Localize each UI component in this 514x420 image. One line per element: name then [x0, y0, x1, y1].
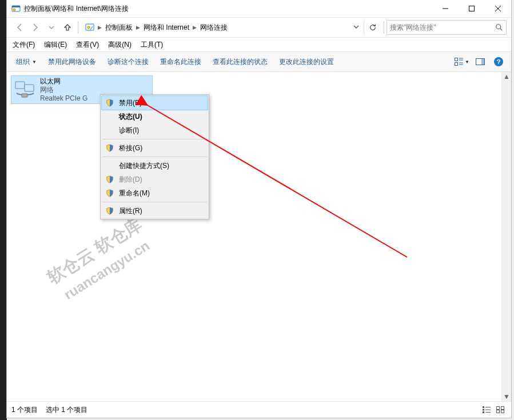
context-menu-separator	[102, 202, 207, 202]
cmd-disable-device[interactable]: 禁用此网络设备	[42, 53, 102, 70]
svg-point-2	[13, 9, 15, 11]
help-button[interactable]: ?	[489, 54, 508, 70]
svg-rect-21	[497, 407, 500, 410]
organize-button[interactable]: 组织▼	[10, 53, 42, 70]
status-selected-count: 选中 1 个项目	[46, 405, 87, 415]
svg-rect-20	[485, 412, 491, 413]
status-bar: 1 个项目 选中 1 个项目	[7, 401, 511, 418]
scrollbar-track[interactable]	[502, 81, 511, 392]
svg-rect-19	[483, 411, 484, 413]
context-menu-item[interactable]: 桥接(G)	[102, 141, 208, 155]
ethernet-icon	[14, 78, 37, 101]
window-title: 控制面板\网络和 Internet\网络连接	[24, 4, 129, 14]
preview-pane-button[interactable]	[471, 54, 489, 70]
uac-shield-icon	[105, 189, 114, 198]
menu-tools[interactable]: 工具(T)	[136, 38, 168, 51]
context-menu-item[interactable]: 诊断(I)	[102, 123, 208, 137]
search-input[interactable]	[387, 23, 492, 31]
organize-label: 组织	[16, 57, 30, 67]
svg-rect-18	[485, 410, 491, 410]
svg-rect-3	[469, 6, 475, 11]
context-menu-label: 创建快捷方式(S)	[119, 161, 169, 171]
crumb-sep-icon[interactable]: ▶	[98, 25, 102, 30]
scroll-up-icon[interactable]: ▲	[502, 72, 511, 81]
large-icons-view-button[interactable]	[494, 404, 507, 415]
crumb-control-panel[interactable]: 控制面板	[103, 23, 135, 33]
help-icon: ?	[494, 57, 503, 66]
recent-dropdown[interactable]	[43, 19, 59, 35]
uac-shield-icon	[105, 206, 114, 215]
context-menu-label: 诊断(I)	[119, 126, 139, 135]
svg-rect-10	[482, 59, 485, 65]
breadcrumb[interactable]: ▶ 控制面板 ▶ 网络和 Internet ▶ 网络连接	[97, 19, 349, 35]
svg-rect-24	[501, 410, 504, 413]
screenshot-left-edge	[0, 0, 7, 420]
cmd-change-settings[interactable]: 更改此连接的设置	[273, 53, 340, 70]
svg-rect-7	[455, 58, 458, 61]
title-bar: 控制面板\网络和 Internet\网络连接	[7, 0, 511, 17]
status-view-buttons	[480, 404, 507, 415]
menu-advanced[interactable]: 高级(N)	[103, 38, 136, 51]
scroll-down-icon[interactable]: ▼	[502, 392, 511, 401]
connection-status: 网络	[40, 86, 87, 94]
app-icon	[11, 4, 21, 13]
crumb-network-internet[interactable]: 网络和 Internet	[141, 23, 192, 33]
context-menu-item[interactable]: 禁用(B)	[102, 96, 208, 110]
svg-rect-15	[483, 406, 484, 408]
content-area[interactable]: 以太网 网络 Realtek PCIe G ▲ ▼ 软仓云 软仓库 ruanca…	[7, 72, 511, 401]
watermark: 软仓云 软仓库 ruancangyu.cn	[43, 213, 158, 309]
crumb-sep-icon[interactable]: ▶	[193, 25, 197, 30]
menu-bar: 文件(F) 编辑(E) 查看(V) 高级(N) 工具(T)	[7, 38, 511, 51]
uac-shield-icon	[105, 143, 114, 153]
context-menu-item[interactable]: 属性(R)	[102, 204, 208, 218]
divider	[384, 21, 384, 34]
close-button[interactable]	[485, 0, 511, 17]
svg-point-5	[87, 26, 90, 29]
svg-rect-23	[497, 410, 500, 413]
search-box[interactable]	[387, 20, 507, 35]
details-view-button[interactable]	[480, 404, 493, 415]
view-options-button[interactable]: ▼	[453, 54, 471, 70]
minimize-button[interactable]	[432, 0, 459, 17]
context-menu-item: 删除(D)	[102, 173, 208, 186]
vertical-scrollbar[interactable]: ▲ ▼	[501, 72, 511, 401]
context-menu-label: 桥接(G)	[119, 143, 142, 153]
svg-rect-22	[501, 407, 504, 410]
watermark-line1: 软仓云 软仓库	[43, 213, 146, 289]
context-menu-item[interactable]: 重命名(M)	[102, 186, 208, 200]
back-button[interactable]	[11, 19, 27, 35]
menu-view[interactable]: 查看(V)	[71, 38, 103, 51]
explorer-window: 控制面板\网络和 Internet\网络连接	[7, 0, 511, 418]
context-menu-item[interactable]: 创建快捷方式(S)	[102, 159, 208, 173]
watermark-line2: ruancangyu.cn	[55, 232, 158, 309]
forward-button[interactable]	[27, 19, 43, 35]
refresh-button[interactable]	[364, 19, 381, 35]
context-menu-label: 删除(D)	[119, 175, 142, 185]
context-menu-label: 状态(U)	[119, 112, 142, 122]
cmd-rename[interactable]: 重命名此连接	[154, 53, 207, 70]
maximize-button[interactable]	[459, 0, 485, 17]
context-menu-separator	[102, 139, 207, 139]
crumb-network-connections[interactable]: 网络连接	[198, 23, 230, 33]
menu-file[interactable]: 文件(F)	[8, 38, 39, 51]
navigation-bar: ▶ 控制面板 ▶ 网络和 Internet ▶ 网络连接	[7, 17, 511, 38]
up-button[interactable]	[59, 19, 75, 35]
svg-rect-16	[485, 407, 491, 407]
cmd-diagnose[interactable]: 诊断这个连接	[102, 53, 154, 70]
context-menu-label: 属性(R)	[119, 206, 142, 216]
uac-shield-icon	[105, 98, 114, 107]
crumb-sep-icon[interactable]: ▶	[136, 25, 140, 30]
context-menu[interactable]: 禁用(B)状态(U)诊断(I)桥接(G)创建快捷方式(S)删除(D)重命名(M)…	[100, 94, 209, 219]
context-menu-label: 重命名(M)	[119, 189, 150, 198]
connection-name: 以太网	[40, 77, 87, 86]
divider	[78, 21, 78, 34]
svg-point-6	[496, 25, 501, 29]
menu-edit[interactable]: 编辑(E)	[39, 38, 71, 51]
connection-adapter: Realtek PCIe G	[40, 94, 87, 103]
svg-rect-11	[15, 82, 25, 89]
cmd-view-status[interactable]: 查看此连接的状态	[207, 53, 273, 70]
context-menu-item[interactable]: 状态(U)	[102, 110, 208, 123]
search-icon[interactable]	[492, 20, 507, 35]
address-dropdown[interactable]	[349, 23, 364, 31]
command-bar: 组织▼ 禁用此网络设备 诊断这个连接 重命名此连接 查看此连接的状态 更改此连接…	[7, 51, 511, 72]
